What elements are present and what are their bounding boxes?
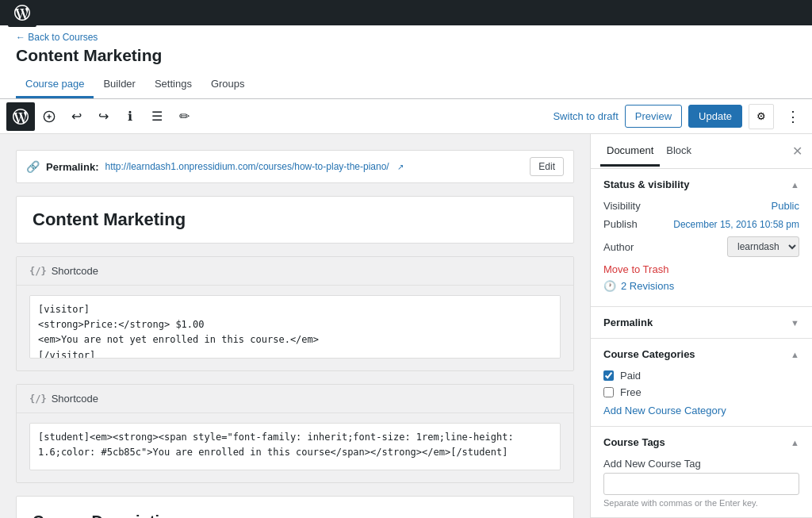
author-select[interactable]: learndash <box>727 236 799 257</box>
shortcode-block-2: {/} Shortcode <box>16 384 574 483</box>
author-row: Author learndash <box>603 236 799 257</box>
update-button[interactable]: Update <box>688 105 742 128</box>
main-layout: 🔗 Permalink: http://learndash1.onpressid… <box>0 134 812 518</box>
course-categories-content: Paid Free Add New Course Category <box>591 370 812 426</box>
move-to-trash-link[interactable]: Move to Trash <box>603 263 799 275</box>
course-description-block: Course Description Repellat perspiciatis… <box>16 496 574 518</box>
course-categories-chevron: ▲ <box>791 350 799 359</box>
status-visibility-title: Status & visibility <box>603 178 689 190</box>
course-categories-title: Course Categories <box>603 348 695 360</box>
course-tags-chevron: ▲ <box>791 438 799 447</box>
shortcode-header-1: {/} Shortcode <box>17 257 573 286</box>
category-free-label: Free <box>620 386 642 398</box>
category-paid-row: Paid <box>603 370 799 382</box>
course-categories-header[interactable]: Course Categories ▲ <box>591 339 812 370</box>
shortcode-content-2 <box>17 413 573 482</box>
back-to-courses-link[interactable]: ← Back to Courses <box>16 32 796 43</box>
permalink-section-title: Permalink <box>603 317 653 328</box>
shortcode-label-2: Shortcode <box>52 393 98 405</box>
publish-row: Publish December 15, 2016 10:58 pm <box>603 218 799 230</box>
revisions-count: 2 Revisions <box>621 280 674 292</box>
editor-toolbar: ↩ ↪ ℹ ☰ ✏ Switch to draft Preview Update… <box>0 99 812 134</box>
content-title-block: Content Marketing <box>16 196 574 244</box>
shortcode-textarea-1[interactable] <box>29 295 561 359</box>
status-visibility-chevron: ▲ <box>791 180 799 190</box>
visibility-row: Visibility Public <box>603 200 799 212</box>
page-title: Content Marketing <box>16 46 796 65</box>
permalink-label: Permalink: <box>46 161 98 173</box>
visibility-value[interactable]: Public <box>772 200 799 212</box>
permalink-edit-button[interactable]: Edit <box>530 157 564 176</box>
tag-hint: Separate with commas or the Enter key. <box>603 498 799 508</box>
shortcode-content-1 <box>17 286 573 370</box>
toolbar-left: ↩ ↪ ℹ ☰ ✏ <box>6 102 197 131</box>
add-block-button[interactable] <box>36 104 62 129</box>
visibility-label: Visibility <box>603 200 641 212</box>
publish-label: Publish <box>603 218 638 230</box>
settings-button[interactable]: ⚙ <box>749 104 774 129</box>
category-paid-label: Paid <box>620 370 641 382</box>
wp-menu-button[interactable] <box>6 102 35 131</box>
editor-area: 🔗 Permalink: http://learndash1.onpressid… <box>0 134 590 518</box>
toolbar-right: Switch to draft Preview Update ⚙ ⋮ <box>553 104 806 129</box>
permalink-section-header[interactable]: Permalink ▼ <box>591 307 812 338</box>
category-free-row: Free <box>603 386 799 398</box>
preview-button[interactable]: Preview <box>625 105 682 128</box>
publish-value[interactable]: December 15, 2016 10:58 pm <box>673 219 799 230</box>
shortcode-textarea-2[interactable] <box>29 423 561 470</box>
external-link-icon: ↗ <box>397 163 404 171</box>
course-tag-input[interactable] <box>603 473 799 495</box>
page-header: ← Back to Courses Content Marketing Cour… <box>0 25 812 99</box>
permalink-url[interactable]: http://learndash1.onpressidium.com/cours… <box>105 161 389 172</box>
permalink-section-chevron: ▼ <box>791 318 799 328</box>
revisions-icon: 🕐 <box>603 280 616 292</box>
page-tabs: Course page Builder Settings Groups <box>16 71 796 98</box>
permalink-section: Permalink ▼ <box>591 307 812 339</box>
sidebar-tab-bar: Document Block ✕ <box>591 134 812 169</box>
shortcode-icon-1: {/} <box>29 266 47 277</box>
switch-to-draft-button[interactable]: Switch to draft <box>553 110 618 122</box>
tab-course-page[interactable]: Course page <box>16 71 94 98</box>
undo-button[interactable]: ↩ <box>63 104 89 129</box>
shortcode-label-1: Shortcode <box>52 265 98 277</box>
right-sidebar: Document Block ✕ Status & visibility ▲ V… <box>590 134 812 518</box>
category-free-checkbox[interactable] <box>603 387 614 397</box>
top-bar <box>0 0 812 25</box>
tab-builder[interactable]: Builder <box>94 71 144 98</box>
status-visibility-section: Status & visibility ▲ Visibility Public … <box>591 169 812 307</box>
category-paid-checkbox[interactable] <box>603 370 614 381</box>
link-icon: 🔗 <box>26 160 40 173</box>
course-tags-section: Course Tags ▲ Add New Course Tag Separat… <box>591 427 812 518</box>
course-categories-section: Course Categories ▲ Paid Free Add New Co… <box>591 339 812 427</box>
shortcode-header-2: {/} Shortcode <box>17 385 573 413</box>
info-button[interactable]: ℹ <box>117 104 143 129</box>
sidebar-tab-block[interactable]: Block <box>660 136 698 167</box>
author-label: Author <box>603 241 634 253</box>
shortcode-icon-2: {/} <box>29 393 47 405</box>
list-view-button[interactable]: ☰ <box>144 104 170 129</box>
course-description-title: Course Description <box>33 512 557 518</box>
tab-groups[interactable]: Groups <box>201 71 255 98</box>
content-title: Content Marketing <box>33 209 557 230</box>
wp-logo-button[interactable] <box>8 0 36 27</box>
tools-button[interactable]: ✏ <box>171 104 197 129</box>
tab-settings[interactable]: Settings <box>145 71 201 98</box>
sidebar-tab-document[interactable]: Document <box>600 136 660 167</box>
permalink-bar: 🔗 Permalink: http://learndash1.onpressid… <box>16 150 574 183</box>
status-visibility-header[interactable]: Status & visibility ▲ <box>591 169 812 200</box>
course-tags-title: Course Tags <box>603 436 665 448</box>
course-tags-content: Add New Course Tag Separate with commas … <box>591 458 812 517</box>
add-course-tag-label: Add New Course Tag <box>603 458 701 470</box>
course-tags-header[interactable]: Course Tags ▲ <box>591 427 812 458</box>
shortcode-block-1: {/} Shortcode <box>16 256 574 371</box>
revisions-row[interactable]: 🕐 2 Revisions <box>603 275 799 297</box>
sidebar-close-button[interactable]: ✕ <box>792 144 802 159</box>
status-visibility-content: Visibility Public Publish December 15, 2… <box>591 200 812 306</box>
redo-button[interactable]: ↪ <box>90 104 116 129</box>
add-course-category-link[interactable]: Add New Course Category <box>603 405 799 416</box>
more-options-button[interactable]: ⋮ <box>780 104 806 129</box>
